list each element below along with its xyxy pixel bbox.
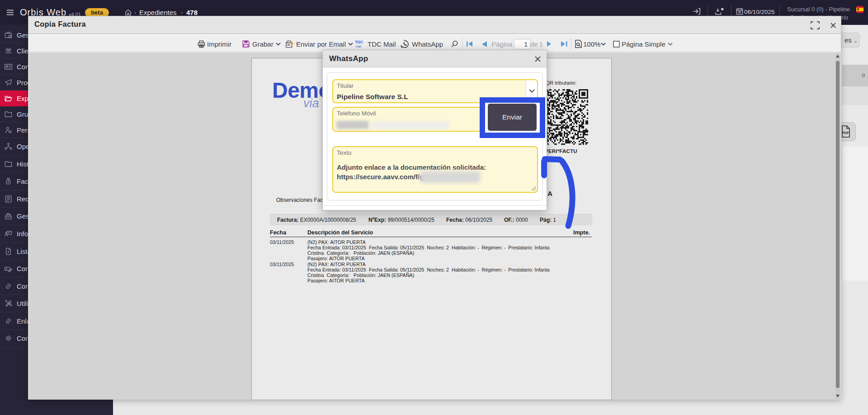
svg-text:TDC: TDC	[355, 40, 363, 44]
svg-text:mail: mail	[356, 45, 361, 48]
